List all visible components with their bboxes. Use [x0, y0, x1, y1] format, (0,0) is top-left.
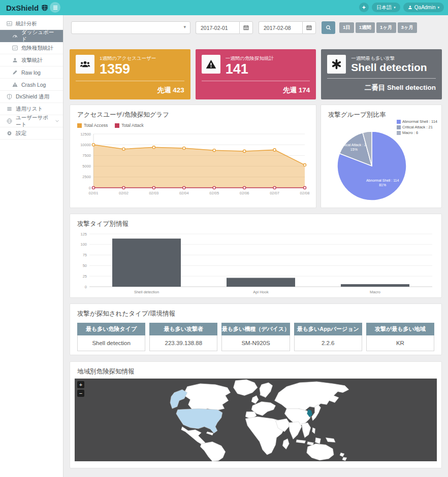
map-zoom-out-button[interactable]: −	[77, 390, 84, 397]
sidebar-item[interactable]: 攻撃統計	[0, 54, 63, 66]
date-from-input[interactable]	[196, 21, 239, 34]
chevron-down-icon	[55, 120, 59, 122]
attack-type-bar-chart: 0255075100125Shell detectionApi HookMacr…	[76, 231, 435, 296]
language-button[interactable]: 日本語 ▾	[372, 3, 400, 12]
stat-card-value: 141	[226, 62, 274, 76]
sidebar-item[interactable]: 適用リスト	[0, 103, 63, 115]
warning-icon	[12, 82, 18, 88]
sidebar-item-label: Raw log	[21, 70, 41, 76]
sidebar-item[interactable]: 統計分析	[0, 18, 63, 30]
sidebar-item-label: ダッシュボード	[21, 29, 59, 43]
pie-chart-title: 攻撃グループ別比率	[321, 105, 441, 119]
range-button-group: 1日1週間1ヶ月3ヶ月	[339, 22, 417, 33]
legend-label: Abnormal Shell : 114	[402, 119, 437, 124]
legend-swatch	[115, 123, 119, 128]
range-button[interactable]: 1日	[339, 22, 354, 33]
line-chart-legend: Total AccessTotal Attack	[70, 119, 316, 128]
world-map	[75, 379, 437, 461]
stat-card-footer: 二番目 Shell detection	[327, 83, 436, 92]
legend-label: Macro : 6	[402, 130, 418, 135]
date-to-input[interactable]	[259, 21, 302, 34]
stat-card-title: 一週間最も多い攻撃	[351, 55, 427, 62]
svg-text:02/07: 02/07	[270, 191, 279, 195]
sidebar-item[interactable]: DxShield 適用	[0, 91, 63, 103]
svg-text:50: 50	[83, 263, 87, 268]
sidebar-item[interactable]: 危険種類統計	[0, 42, 63, 54]
svg-text:02/06: 02/06	[240, 191, 249, 195]
legend-item: Total Access	[77, 123, 108, 128]
svg-text:Macro: Macro	[370, 290, 380, 294]
range-button[interactable]: 1ヶ月	[376, 22, 396, 33]
access-attack-line-chart: 0250050007500100001250002/0102/0202/0302…	[75, 130, 310, 197]
svg-text:125: 125	[80, 232, 87, 236]
svg-text:15%: 15%	[350, 148, 358, 151]
range-button[interactable]: 3ヶ月	[398, 22, 418, 33]
sidebar-item-label: 設定	[16, 130, 26, 137]
map-zoom-in-button[interactable]: +	[77, 381, 84, 388]
legend-swatch	[77, 123, 82, 128]
svg-text:02/08: 02/08	[300, 191, 310, 195]
summary-table-value: KR	[366, 335, 434, 351]
summary-table-value: SM-N920S	[221, 335, 290, 351]
sidebar-item[interactable]: Crash Log	[0, 79, 63, 91]
sidebar-item-label: ユーザーサポート	[16, 114, 52, 128]
chevron-down-icon: ▾	[437, 6, 439, 10]
language-label: 日本語	[376, 4, 392, 11]
divider	[76, 81, 184, 81]
asterisk-icon	[327, 55, 346, 74]
legend-label: Total Access	[84, 123, 108, 128]
svg-text:12500: 12500	[80, 132, 91, 137]
quick-action-button[interactable]	[359, 3, 369, 12]
attack-env-table-panel: 攻撃が探知されたタイプ/環境情報 最も多い危険タイプShell detectio…	[70, 303, 442, 355]
stat-card: 一週間の危険探知統計141先週 174	[196, 49, 316, 99]
logo-text: DxShield	[6, 4, 39, 12]
legend-item: Critical Attack : 21	[397, 125, 437, 129]
sidebar-item[interactable]: ダッシュボード	[0, 30, 63, 42]
calendar-icon	[243, 25, 249, 30]
summary-table-header: 最も多いAppバージョン	[294, 323, 362, 335]
svg-text:81%: 81%	[379, 183, 386, 187]
divider	[327, 78, 436, 79]
svg-text:02/03: 02/03	[149, 191, 158, 195]
users-icon	[76, 55, 94, 74]
svg-text:2500: 2500	[82, 175, 91, 179]
app-select-dropdown[interactable]: ▾	[71, 21, 190, 34]
svg-text:Abnormal Shell : 114: Abnormal Shell : 114	[366, 179, 399, 182]
search-icon	[326, 25, 331, 30]
stat-card-title: 1週間のアクセスユーザー	[100, 55, 156, 62]
sidebar-item[interactable]: 設定	[0, 127, 63, 140]
person-icon	[408, 5, 412, 10]
date-from-calendar-button[interactable]	[239, 21, 253, 34]
globe-icon	[7, 118, 13, 124]
range-button[interactable]: 1週間	[356, 22, 375, 33]
svg-text:75: 75	[83, 253, 87, 257]
list-icon	[7, 106, 13, 112]
shield-icon	[7, 94, 13, 100]
sidebar-item-label: Crash Log	[21, 82, 46, 88]
sidebar-item[interactable]: ユーザーサポート	[0, 115, 63, 127]
user-icon	[12, 57, 18, 63]
app-header: DxShield 日本語 ▾ QaAdmin ▾	[0, 0, 448, 15]
attack-type-bar-panel: 攻撃タイプ別情報 0255075100125Shell detectionApi…	[70, 214, 442, 298]
search-button[interactable]	[322, 21, 335, 34]
user-menu-button[interactable]: QaAdmin ▾	[403, 3, 444, 12]
summary-table-header: 最も多い機種（デバイス）	[221, 323, 290, 335]
sidebar-toggle-button[interactable]	[50, 2, 60, 13]
stat-card: 一週間最も多い攻撃Shell detection二番目 Shell detect…	[321, 49, 442, 99]
stat-card-value: Shell detection	[351, 62, 427, 73]
svg-text:0: 0	[89, 186, 91, 190]
legend-label: Critical Attack : 21	[402, 125, 433, 129]
svg-text:25: 25	[83, 274, 87, 279]
summary-table-column: 最も多い危険タイプShell detection	[77, 323, 145, 351]
sidebar: 統計分析ダッシュボード危険種類統計攻撃統計Raw logCrash LogDxS…	[0, 15, 63, 477]
stat-card-footer: 先週 174	[202, 86, 310, 95]
sidebar-item-label: 攻撃統計	[21, 57, 43, 64]
access-attack-chart-panel: アクセスユーザ/危険探知グラフ Total AccessTotal Attack…	[70, 105, 316, 208]
svg-text:7500: 7500	[82, 153, 91, 158]
summary-table-column: 最も多い機種（デバイス）SM-N920S	[221, 323, 290, 351]
date-to-calendar-button[interactable]	[302, 21, 316, 34]
summary-table-header: 最も多い攻撃者	[149, 323, 217, 335]
map-title: 地域別危険探知情報	[70, 362, 441, 376]
summary-table-header: 最も多い危険タイプ	[77, 323, 145, 335]
sidebar-item[interactable]: Raw log	[0, 66, 63, 79]
